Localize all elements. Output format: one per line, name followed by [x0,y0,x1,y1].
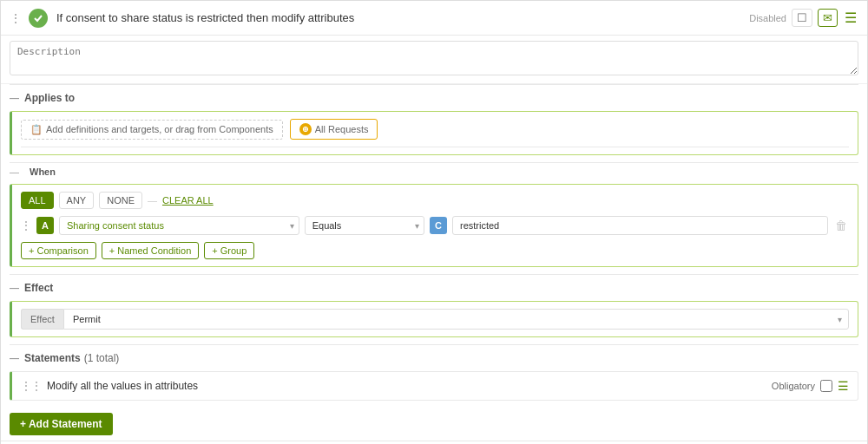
effect-toggle[interactable]: — [10,283,19,293]
condition-value-input[interactable] [452,216,828,235]
any-btn[interactable]: ANY [59,192,95,209]
statement-actions: Obligatory ☰ [772,379,849,393]
applies-to-inner: 📋 Add definitions and targets, or drag f… [10,111,858,155]
attribute-select[interactable]: Sharing consent status [59,216,299,235]
applies-to-label: Applies to [24,92,75,104]
condition-row: ⋮ A Sharing consent status Equals Not Eq… [21,216,849,235]
all-requests-icon: ⊕ [299,123,312,135]
add-condition-btns: + Comparison + Named Condition + Group [21,242,849,259]
clear-all-btn[interactable]: CLEAR ALL [162,195,214,206]
when-label: When [30,166,56,177]
footer-links: Hide "Applies to" Hide Statements Show P… [1,441,867,444]
attribute-select-wrapper: Sharing consent status [59,216,299,235]
obligatory-checkbox[interactable] [820,380,832,392]
when-header: — When [10,166,858,177]
when-toggle[interactable]: — [10,166,19,177]
toggle-icon-btn[interactable]: ☐ [792,9,812,27]
add-statement-btn[interactable]: + Add Statement [10,413,113,435]
when-inner: ALL ANY NONE — CLEAR ALL ⋮ A Sharing con… [10,184,858,267]
add-def-icon: 📋 [30,124,43,135]
obligatory-label: Obligatory [772,381,815,391]
header-menu-btn[interactable]: ☰ [843,8,858,28]
operator-select-wrapper: Equals Not Equals Contains [305,216,424,235]
header-row: ⋮ If consent to share status is restrict… [1,1,867,36]
rule-editor: ⋮ If consent to share status is restrict… [0,0,868,444]
when-section: — When ALL ANY NONE — CLEAR ALL ⋮ A Shar… [1,163,867,274]
status-check-icon [29,9,48,28]
statements-section: ⋮⋮ Modify all the values in attributes O… [1,368,867,408]
effect-select-wrapper: Permit Deny Indeterminate Not Applicable [63,309,849,330]
add-comparison-btn[interactable]: + Comparison [21,242,96,259]
statements-toggle[interactable]: — [10,353,19,363]
effect-header: — Effect [1,275,867,297]
condition-drag-icon[interactable]: ⋮ [21,219,31,232]
all-requests-btn[interactable]: ⊕ All Requests [290,119,378,140]
operator-select[interactable]: Equals Not Equals Contains [305,216,424,235]
add-group-btn[interactable]: + Group [204,242,254,259]
effect-select[interactable]: Permit Deny Indeterminate Not Applicable [63,309,849,330]
chat-icon-btn[interactable]: ✉ [818,9,838,27]
add-named-condition-btn[interactable]: + Named Condition [102,242,199,259]
effect-label: Effect [24,282,53,294]
statements-header: — Statements (1 total) [1,345,867,368]
applies-to-toggle[interactable]: — [10,93,19,103]
delete-condition-btn[interactable]: 🗑 [833,217,849,234]
drag-handle-icon[interactable]: ⋮ [10,11,22,25]
effect-row: Effect Permit Deny Indeterminate Not App… [21,309,849,330]
add-statement-row: + Add Statement [1,408,867,441]
statement-text: Modify all the values in attributes [47,380,772,392]
none-btn[interactable]: NONE [99,192,142,209]
statement-drag-icon[interactable]: ⋮⋮ [21,380,42,392]
statements-count: (1 total) [84,352,120,364]
disabled-label: Disabled [749,13,786,23]
add-definitions-row: 📋 Add definitions and targets, or drag f… [21,119,849,147]
rule-title: If consent to share status is restricted… [56,11,749,24]
add-definitions-btn[interactable]: 📋 Add definitions and targets, or drag f… [21,120,283,140]
condition-letter-c: C [430,217,447,234]
all-btn[interactable]: ALL [21,192,54,209]
effect-section: Effect Permit Deny Indeterminate Not App… [1,297,867,344]
statements-label: Statements [24,352,81,364]
statement-row: ⋮⋮ Modify all the values in attributes O… [10,371,858,401]
condition-letter-a: A [36,217,54,234]
when-controls: ALL ANY NONE — CLEAR ALL [21,192,849,209]
effect-inner: Effect Permit Deny Indeterminate Not App… [10,301,858,337]
statement-menu-btn[interactable]: ☰ [838,379,849,393]
description-input[interactable] [10,41,858,75]
applies-to-header: — Applies to [1,85,867,108]
applies-to-section: 📋 Add definitions and targets, or drag f… [1,108,867,162]
effect-field-label: Effect [21,309,63,330]
header-actions: Disabled ☐ ✉ ☰ [749,8,858,28]
description-area [1,36,867,84]
